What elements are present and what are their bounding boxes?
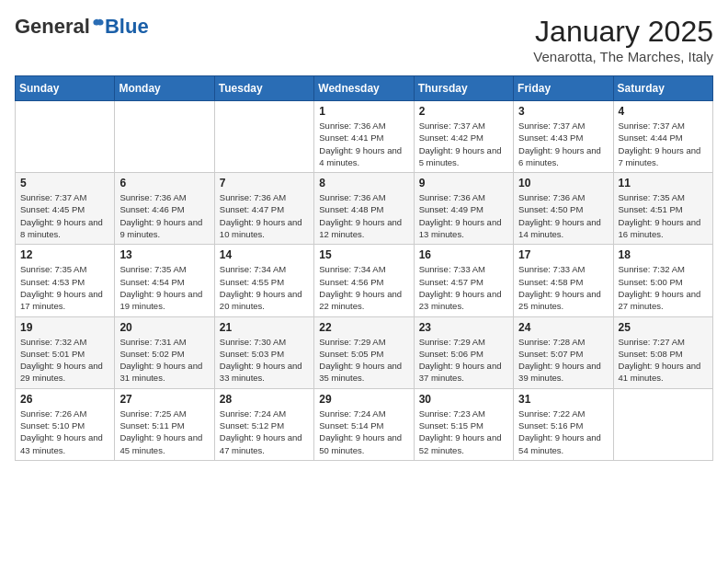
calendar-cell: 8Sunrise: 7:36 AM Sunset: 4:48 PM Daylig… [314,173,414,245]
logo: General Blue [15,15,149,39]
day-number: 13 [119,248,209,261]
calendar-cell: 5Sunrise: 7:37 AM Sunset: 4:45 PM Daylig… [16,173,115,245]
day-info: Sunrise: 7:24 AM Sunset: 5:14 PM Dayligh… [319,408,408,456]
location-title: Venarotta, The Marches, Italy [533,49,713,64]
calendar-cell: 4Sunrise: 7:37 AM Sunset: 4:44 PM Daylig… [613,101,712,173]
day-number: 20 [119,321,209,334]
weekday-header-wednesday: Wednesday [314,76,414,101]
calendar-week-row: 5Sunrise: 7:37 AM Sunset: 4:45 PM Daylig… [16,173,713,245]
day-info: Sunrise: 7:24 AM Sunset: 5:12 PM Dayligh… [220,408,309,456]
day-info: Sunrise: 7:36 AM Sunset: 4:50 PM Dayligh… [518,191,608,240]
day-number: 1 [319,105,408,118]
day-number: 31 [518,393,608,406]
weekday-header-saturday: Saturday [613,76,712,101]
calendar-week-row: 1Sunrise: 7:36 AM Sunset: 4:41 PM Daylig… [16,101,713,173]
calendar-cell: 22Sunrise: 7:29 AM Sunset: 5:05 PM Dayli… [314,316,414,388]
calendar-cell: 20Sunrise: 7:31 AM Sunset: 5:02 PM Dayli… [115,316,214,388]
calendar-cell: 16Sunrise: 7:33 AM Sunset: 4:57 PM Dayli… [414,245,513,316]
day-info: Sunrise: 7:34 AM Sunset: 4:55 PM Dayligh… [220,263,309,312]
day-info: Sunrise: 7:27 AM Sunset: 5:08 PM Dayligh… [619,336,708,385]
page-header: General Blue January 2025 Venarotta, The… [15,15,713,64]
calendar-cell: 29Sunrise: 7:24 AM Sunset: 5:14 PM Dayli… [314,388,414,460]
day-number: 10 [518,177,608,190]
calendar-cell [115,101,214,173]
weekday-header-sunday: Sunday [16,76,115,101]
day-info: Sunrise: 7:25 AM Sunset: 5:11 PM Dayligh… [119,408,209,456]
day-info: Sunrise: 7:37 AM Sunset: 4:43 PM Dayligh… [518,120,608,168]
day-number: 25 [619,321,708,334]
day-number: 14 [220,248,309,261]
day-number: 11 [619,177,708,190]
day-number: 12 [20,248,109,261]
calendar-cell: 24Sunrise: 7:28 AM Sunset: 5:07 PM Dayli… [514,316,613,388]
day-number: 5 [20,177,109,190]
calendar-cell: 30Sunrise: 7:23 AM Sunset: 5:15 PM Dayli… [414,388,513,460]
day-info: Sunrise: 7:29 AM Sunset: 5:06 PM Dayligh… [419,336,508,385]
weekday-header-thursday: Thursday [414,76,513,101]
logo-general-text: General [15,15,90,39]
day-info: Sunrise: 7:26 AM Sunset: 5:10 PM Dayligh… [20,408,109,456]
day-info: Sunrise: 7:36 AM Sunset: 4:46 PM Dayligh… [119,191,209,240]
day-number: 17 [518,248,608,261]
day-number: 28 [220,393,309,406]
calendar-cell: 6Sunrise: 7:36 AM Sunset: 4:46 PM Daylig… [115,173,214,245]
day-number: 15 [319,248,408,261]
calendar-cell: 31Sunrise: 7:22 AM Sunset: 5:16 PM Dayli… [514,388,613,460]
calendar-cell: 27Sunrise: 7:25 AM Sunset: 5:11 PM Dayli… [115,388,214,460]
calendar-cell: 13Sunrise: 7:35 AM Sunset: 4:54 PM Dayli… [115,245,214,316]
calendar-cell: 28Sunrise: 7:24 AM Sunset: 5:12 PM Dayli… [214,388,313,460]
title-block: January 2025 Venarotta, The Marches, Ita… [533,15,713,64]
day-info: Sunrise: 7:30 AM Sunset: 5:03 PM Dayligh… [220,336,309,385]
day-number: 2 [419,105,508,118]
day-number: 23 [419,321,508,334]
day-info: Sunrise: 7:28 AM Sunset: 5:07 PM Dayligh… [518,336,608,385]
day-number: 22 [319,321,408,334]
day-number: 27 [119,393,209,406]
day-number: 18 [619,248,708,261]
day-number: 30 [419,393,508,406]
calendar-cell: 10Sunrise: 7:36 AM Sunset: 4:50 PM Dayli… [514,173,613,245]
month-title: January 2025 [533,15,713,49]
day-number: 16 [419,248,508,261]
logo-bird-icon [92,18,105,31]
calendar-cell: 19Sunrise: 7:32 AM Sunset: 5:01 PM Dayli… [16,316,115,388]
weekday-header-tuesday: Tuesday [214,76,313,101]
day-number: 29 [319,393,408,406]
day-info: Sunrise: 7:23 AM Sunset: 5:15 PM Dayligh… [419,408,508,456]
calendar-cell: 1Sunrise: 7:36 AM Sunset: 4:41 PM Daylig… [314,101,414,173]
calendar-cell [16,101,115,173]
day-info: Sunrise: 7:33 AM Sunset: 4:58 PM Dayligh… [518,263,608,312]
day-number: 3 [518,105,608,118]
day-number: 6 [119,177,209,190]
day-number: 8 [319,177,408,190]
day-info: Sunrise: 7:36 AM Sunset: 4:41 PM Dayligh… [319,120,408,168]
day-info: Sunrise: 7:36 AM Sunset: 4:49 PM Dayligh… [419,191,508,240]
day-info: Sunrise: 7:31 AM Sunset: 5:02 PM Dayligh… [119,336,209,385]
calendar-cell: 7Sunrise: 7:36 AM Sunset: 4:47 PM Daylig… [214,173,313,245]
day-info: Sunrise: 7:37 AM Sunset: 4:45 PM Dayligh… [20,191,109,240]
calendar-week-row: 26Sunrise: 7:26 AM Sunset: 5:10 PM Dayli… [16,388,713,460]
day-number: 21 [220,321,309,334]
day-info: Sunrise: 7:36 AM Sunset: 4:48 PM Dayligh… [319,191,408,240]
calendar-cell [613,388,712,460]
calendar-week-row: 12Sunrise: 7:35 AM Sunset: 4:53 PM Dayli… [16,245,713,316]
calendar-cell: 25Sunrise: 7:27 AM Sunset: 5:08 PM Dayli… [613,316,712,388]
weekday-header-monday: Monday [115,76,214,101]
day-info: Sunrise: 7:36 AM Sunset: 4:47 PM Dayligh… [220,191,309,240]
day-info: Sunrise: 7:34 AM Sunset: 4:56 PM Dayligh… [319,263,408,312]
day-number: 7 [220,177,309,190]
day-number: 9 [419,177,508,190]
weekday-header-friday: Friday [514,76,613,101]
logo-blue-text: Blue [105,15,149,39]
day-info: Sunrise: 7:22 AM Sunset: 5:16 PM Dayligh… [518,408,608,456]
day-info: Sunrise: 7:35 AM Sunset: 4:54 PM Dayligh… [119,263,209,312]
day-info: Sunrise: 7:37 AM Sunset: 4:42 PM Dayligh… [419,120,508,168]
day-number: 4 [619,105,708,118]
calendar-cell: 9Sunrise: 7:36 AM Sunset: 4:49 PM Daylig… [414,173,513,245]
calendar-cell: 17Sunrise: 7:33 AM Sunset: 4:58 PM Dayli… [514,245,613,316]
calendar-cell: 26Sunrise: 7:26 AM Sunset: 5:10 PM Dayli… [16,388,115,460]
calendar-cell: 23Sunrise: 7:29 AM Sunset: 5:06 PM Dayli… [414,316,513,388]
day-info: Sunrise: 7:32 AM Sunset: 5:00 PM Dayligh… [619,263,708,312]
day-info: Sunrise: 7:35 AM Sunset: 4:51 PM Dayligh… [619,191,708,240]
day-info: Sunrise: 7:35 AM Sunset: 4:53 PM Dayligh… [20,263,109,312]
